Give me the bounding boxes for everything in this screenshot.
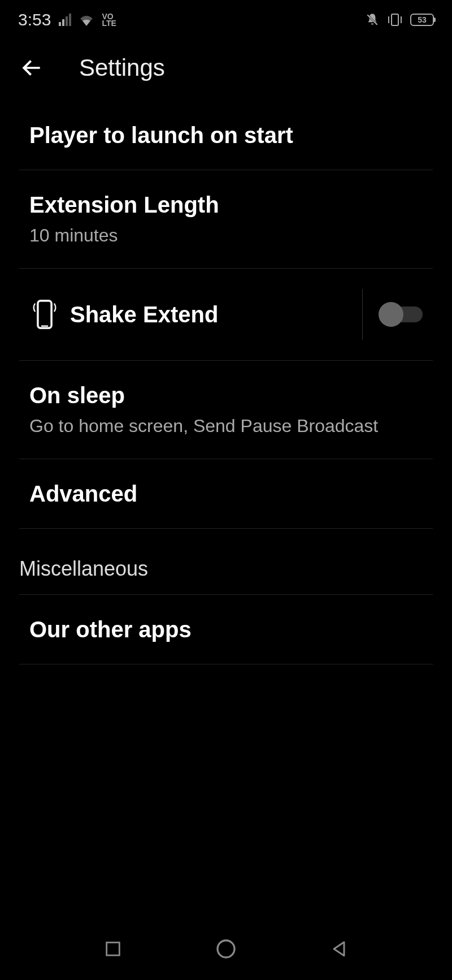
shake-extend-toggle[interactable] bbox=[380, 306, 423, 322]
row-title: On sleep bbox=[29, 381, 423, 409]
recent-apps-button[interactable] bbox=[102, 938, 124, 960]
row-title: Advanced bbox=[29, 480, 423, 508]
status-bar: 3:53 VO LTE 53 bbox=[0, 0, 452, 35]
toggle-knob bbox=[379, 302, 403, 327]
status-time: 3:53 bbox=[18, 10, 51, 29]
row-extension-length[interactable]: Extension Length 10 minutes bbox=[19, 170, 433, 269]
row-shake-extend[interactable]: Shake Extend bbox=[19, 269, 433, 361]
page-title: Settings bbox=[79, 54, 165, 81]
signal-icon bbox=[59, 14, 71, 26]
back-nav-button[interactable] bbox=[328, 938, 350, 960]
mute-icon bbox=[365, 12, 380, 27]
row-title: Our other apps bbox=[29, 615, 423, 644]
wifi-icon bbox=[79, 14, 94, 26]
row-title: Player to launch on start bbox=[29, 121, 423, 149]
svg-rect-2 bbox=[392, 14, 398, 25]
row-advanced[interactable]: Advanced bbox=[19, 459, 433, 529]
row-other-apps[interactable]: Our other apps bbox=[19, 595, 433, 664]
svg-rect-6 bbox=[41, 326, 48, 327]
svg-point-8 bbox=[218, 940, 234, 957]
status-right: 53 bbox=[365, 12, 434, 27]
app-bar: Settings bbox=[0, 35, 452, 101]
svg-rect-5 bbox=[38, 301, 51, 328]
home-button[interactable] bbox=[215, 938, 237, 960]
settings-list: Player to launch on start Extension Leng… bbox=[0, 101, 452, 664]
svg-rect-7 bbox=[107, 943, 120, 956]
volte-icon: VO LTE bbox=[102, 13, 116, 27]
row-title: Shake Extend bbox=[70, 300, 362, 329]
vibrate-icon bbox=[386, 12, 403, 27]
row-player-launch[interactable]: Player to launch on start bbox=[19, 101, 433, 170]
row-on-sleep[interactable]: On sleep Go to home screen, Send Pause B… bbox=[19, 361, 433, 459]
system-nav-bar bbox=[0, 929, 452, 980]
shake-phone-icon bbox=[19, 298, 70, 331]
row-title: Extension Length bbox=[29, 191, 423, 219]
toggle-container bbox=[362, 289, 423, 340]
status-left: 3:53 VO LTE bbox=[18, 10, 116, 29]
section-miscellaneous: Miscellaneous bbox=[19, 529, 433, 595]
battery-icon: 53 bbox=[410, 14, 434, 26]
back-button[interactable] bbox=[19, 55, 44, 80]
row-subtitle: Go to home screen, Send Pause Broadcast bbox=[29, 414, 423, 438]
row-subtitle: 10 minutes bbox=[29, 223, 423, 248]
